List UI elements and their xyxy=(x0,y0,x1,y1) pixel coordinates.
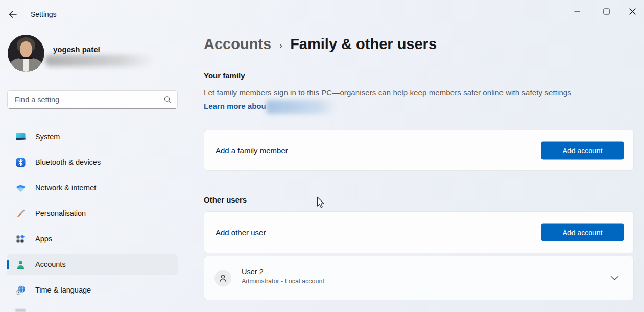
maximize-icon xyxy=(603,8,610,15)
mouse-cursor xyxy=(317,196,326,211)
learn-more-redacted xyxy=(266,100,337,114)
sidebar-item-apps[interactable]: Apps xyxy=(7,229,178,249)
arrow-left-icon xyxy=(8,9,18,19)
add-family-member-row: Add a family member Add account xyxy=(204,130,634,171)
add-account-button-other[interactable]: Add account xyxy=(541,224,624,241)
sidebar-item-label: Accounts xyxy=(35,260,66,269)
search-icon xyxy=(163,95,172,106)
chevron-down-icon[interactable] xyxy=(610,276,619,281)
person-outline-icon xyxy=(214,270,231,286)
sidebar-item-label: Apps xyxy=(35,235,52,243)
sidebar-item-label: System xyxy=(35,132,60,141)
add-account-button-family[interactable]: Add account xyxy=(541,142,624,160)
sidebar-item-system[interactable]: System xyxy=(7,126,178,147)
your-family-description: Let family members sign in to this PC—or… xyxy=(204,88,571,97)
chevron-right-icon: › xyxy=(279,39,282,51)
settings-window: Settings yogesh patel xyxy=(0,0,644,312)
search-box xyxy=(7,90,178,109)
other-users-heading: Other users xyxy=(204,195,247,204)
sidebar-item-partial xyxy=(15,309,26,312)
minimize-button[interactable] xyxy=(565,0,589,23)
sidebar-item-label: Personalisation xyxy=(35,209,86,217)
search-input[interactable] xyxy=(8,91,177,108)
back-button[interactable] xyxy=(5,8,20,21)
close-button[interactable] xyxy=(621,0,644,23)
maximize-button[interactable] xyxy=(594,0,618,23)
sidebar-item-label: Time & language xyxy=(35,286,91,294)
sidebar-item-time-language[interactable]: Time & language xyxy=(7,280,178,300)
sidebar-item-label: Network & internet xyxy=(35,184,96,192)
apps-icon xyxy=(15,234,26,244)
user2-detail: Administrator - Local account xyxy=(242,278,324,285)
selected-indicator xyxy=(7,260,9,269)
add-family-member-label: Add a family member xyxy=(216,146,288,155)
system-icon xyxy=(15,131,26,142)
close-icon xyxy=(629,8,636,15)
sidebar-item-personalisation[interactable]: Personalisation xyxy=(7,203,178,224)
sidebar-item-label: Bluetooth & devices xyxy=(35,158,101,166)
user-name: yogesh patel xyxy=(53,45,100,54)
minimize-icon xyxy=(574,8,580,14)
sidebar-item-bluetooth-devices[interactable]: Bluetooth & devices xyxy=(7,152,178,172)
user2-name: User 2 xyxy=(242,268,324,276)
learn-more-link[interactable]: Learn more abou xyxy=(204,102,266,110)
network-icon xyxy=(15,183,26,193)
page-title: Family & other users xyxy=(290,36,437,53)
personalisation-icon xyxy=(15,208,26,219)
time-language-icon xyxy=(15,285,26,296)
breadcrumb-accounts[interactable]: Accounts xyxy=(204,36,271,53)
add-other-user-row: Add other user Add account xyxy=(204,211,634,253)
user-profile-card[interactable]: yogesh patel xyxy=(8,35,176,72)
breadcrumb: Accounts › Family & other users xyxy=(204,36,437,53)
sidebar-item-accounts[interactable]: Accounts xyxy=(7,254,178,275)
user-avatar xyxy=(8,35,44,72)
bluetooth-icon xyxy=(15,157,26,168)
window-title: Settings xyxy=(31,10,57,18)
add-other-user-label: Add other user xyxy=(216,228,266,237)
user2-row[interactable]: User 2 Administrator - Local account xyxy=(204,256,634,300)
your-family-heading: Your family xyxy=(204,71,245,80)
sidebar-item-network-internet[interactable]: Network & internet xyxy=(7,177,178,198)
accounts-icon xyxy=(15,259,26,270)
user-email-redacted xyxy=(45,55,153,66)
